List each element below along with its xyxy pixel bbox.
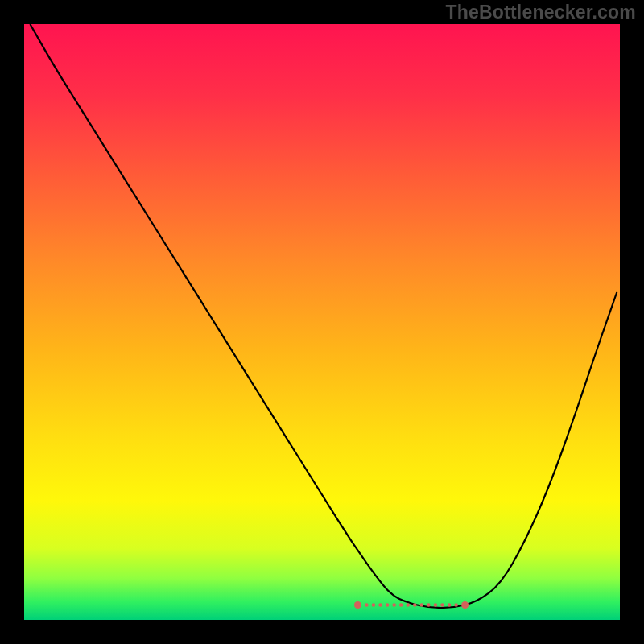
marker-band-dot bbox=[434, 603, 438, 607]
marker-band-dot bbox=[406, 603, 410, 607]
watermark-text: TheBottlenecker.com bbox=[446, 2, 636, 23]
marker-band-dot bbox=[399, 603, 403, 607]
marker-band-dot bbox=[440, 603, 444, 607]
marker-band-dot bbox=[378, 603, 382, 607]
marker-band-dot bbox=[413, 603, 417, 607]
marker-band-dot bbox=[372, 603, 376, 607]
marker-band-dot bbox=[454, 603, 458, 607]
marker-band-dot bbox=[448, 603, 452, 607]
marker-band-dot bbox=[386, 603, 390, 607]
marker-band-dot bbox=[420, 603, 424, 607]
marker-start-dot bbox=[354, 601, 361, 609]
marker-band-dot bbox=[427, 603, 431, 607]
marker-band-dot bbox=[392, 603, 396, 607]
marker-end-dot bbox=[461, 601, 469, 609]
chart-container: TheBottlenecker.com bbox=[0, 0, 644, 644]
bottleneck-chart bbox=[0, 0, 644, 644]
marker-band-dot bbox=[365, 603, 369, 607]
